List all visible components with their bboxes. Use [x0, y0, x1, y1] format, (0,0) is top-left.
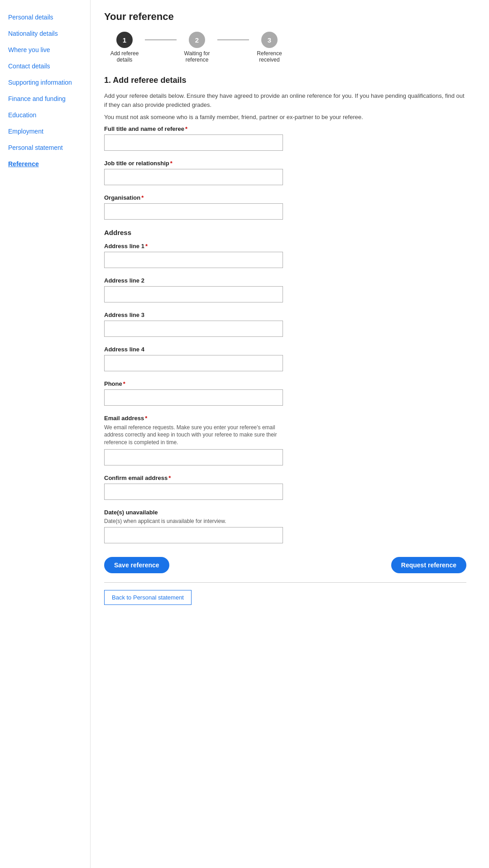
- description-1: Add your referee details below. Ensure t…: [104, 91, 466, 109]
- request-reference-button[interactable]: Request reference: [391, 557, 466, 573]
- required-star-email: *: [145, 415, 147, 422]
- section-title: 1. Add referee details: [104, 76, 466, 85]
- required-star: *: [185, 125, 187, 132]
- organisation-group: Organisation*: [104, 194, 466, 220]
- phone-input[interactable]: [104, 389, 283, 406]
- step-1-label: Add referee details: [104, 50, 145, 63]
- phone-label: Phone*: [104, 380, 466, 387]
- phone-group: Phone*: [104, 380, 466, 406]
- full-title-group: Full title and name of referee*: [104, 125, 466, 151]
- sidebar-item-where-you-live[interactable]: Where you live: [5, 42, 86, 58]
- address-line1-input[interactable]: [104, 252, 283, 268]
- required-star-org: *: [141, 194, 144, 201]
- step-1: 1 Add referee details: [104, 32, 145, 63]
- confirm-email-input[interactable]: [104, 484, 283, 500]
- required-star-addr1: *: [145, 243, 148, 249]
- sidebar-item-education[interactable]: Education: [5, 107, 86, 123]
- back-to-personal-statement-button[interactable]: Back to Personal statement: [104, 590, 192, 605]
- save-reference-button[interactable]: Save reference: [104, 557, 169, 573]
- sidebar-item-supporting-information[interactable]: Supporting information: [5, 74, 86, 91]
- email-description: We email reference requests. Make sure y…: [104, 424, 283, 446]
- dates-unavailable-input[interactable]: [104, 527, 283, 543]
- sidebar-item-employment[interactable]: Employment: [5, 123, 86, 139]
- email-label: Email address*: [104, 415, 466, 422]
- step-3-circle: 3: [261, 32, 278, 48]
- step-2-circle: 2: [189, 32, 205, 48]
- job-title-input[interactable]: [104, 169, 283, 185]
- sidebar-item-reference[interactable]: Reference: [5, 156, 86, 172]
- address-line3-group: Address line 3: [104, 312, 466, 337]
- buttons-area: Save reference Request reference: [104, 557, 466, 573]
- organisation-input[interactable]: [104, 203, 283, 220]
- address-section-title: Address: [104, 229, 466, 236]
- main-content: Your reference 1 Add referee details 2 W…: [91, 0, 480, 868]
- step-connector-1: [145, 39, 177, 40]
- step-2-label: Waiting for reference: [177, 50, 217, 63]
- address-line2-input[interactable]: [104, 286, 283, 302]
- full-title-input[interactable]: [104, 134, 283, 151]
- address-line4-group: Address line 4: [104, 346, 466, 371]
- address-line4-input[interactable]: [104, 355, 283, 371]
- divider: [104, 582, 466, 583]
- sidebar-item-finance-and-funding[interactable]: Finance and funding: [5, 91, 86, 107]
- step-3: 3 Reference received: [249, 32, 290, 63]
- back-link-area: Back to Personal statement: [104, 590, 466, 605]
- address-line1-label: Address line 1*: [104, 243, 466, 249]
- page-title: Your reference: [104, 11, 466, 23]
- sidebar-item-personal-statement[interactable]: Personal statement: [5, 139, 86, 156]
- required-star-job: *: [170, 160, 173, 167]
- sidebar-item-contact-details[interactable]: Contact details: [5, 58, 86, 74]
- address-line1-group: Address line 1*: [104, 243, 466, 268]
- step-1-circle: 1: [116, 32, 133, 48]
- email-group: Email address* We email reference reques…: [104, 415, 466, 465]
- sidebar: Personal details Nationality details Whe…: [0, 0, 91, 868]
- address-line2-label: Address line 2: [104, 277, 466, 284]
- sidebar-item-personal-details[interactable]: Personal details: [5, 9, 86, 25]
- stepper: 1 Add referee details 2 Waiting for refe…: [104, 32, 466, 63]
- confirm-email-group: Confirm email address*: [104, 475, 466, 500]
- step-2: 2 Waiting for reference: [177, 32, 217, 63]
- step-3-label: Reference received: [249, 50, 290, 63]
- required-star-phone: *: [123, 380, 125, 387]
- dates-unavailable-label: Date(s) unavailable: [104, 509, 466, 516]
- dates-description: Date(s) when applicant is unavailable fo…: [104, 518, 466, 524]
- step-connector-2: [217, 39, 249, 40]
- job-title-group: Job title or relationship*: [104, 160, 466, 185]
- job-title-label: Job title or relationship*: [104, 160, 466, 167]
- address-line4-label: Address line 4: [104, 346, 466, 353]
- address-line3-input[interactable]: [104, 321, 283, 337]
- sidebar-item-nationality-details[interactable]: Nationality details: [5, 25, 86, 42]
- address-line3-label: Address line 3: [104, 312, 466, 318]
- address-line2-group: Address line 2: [104, 277, 466, 302]
- description-2: You must not ask someone who is a family…: [104, 113, 466, 122]
- dates-unavailable-group: Date(s) unavailable Date(s) when applica…: [104, 509, 466, 543]
- organisation-label: Organisation*: [104, 194, 466, 201]
- email-input[interactable]: [104, 449, 283, 465]
- confirm-email-label: Confirm email address*: [104, 475, 466, 481]
- required-star-confirm-email: *: [168, 475, 171, 481]
- full-title-label: Full title and name of referee*: [104, 125, 466, 132]
